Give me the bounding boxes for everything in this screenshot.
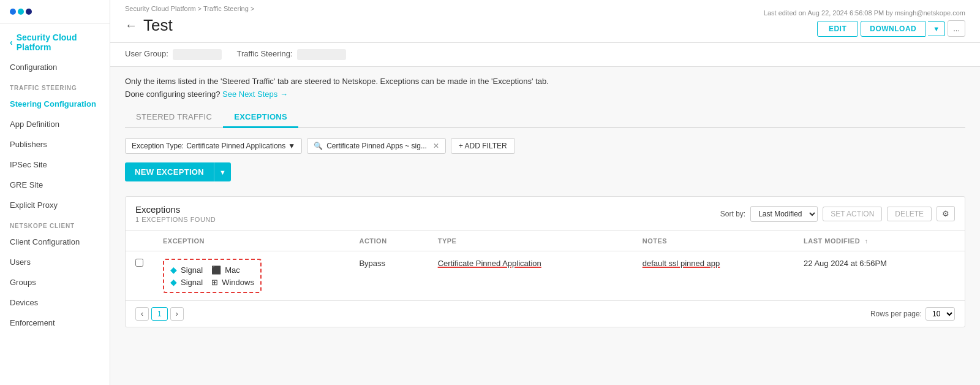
page-title: Test bbox=[143, 16, 173, 35]
sidebar-item-explicit-proxy-label: Explicit Proxy bbox=[10, 200, 58, 210]
windows-os-icon: ⊞ bbox=[211, 278, 218, 287]
see-next-steps-link[interactable]: See Next Steps → bbox=[222, 90, 288, 99]
sidebar-item-ipsec-site[interactable]: IPSec Site bbox=[0, 154, 110, 175]
sort-by-label: Sort by: bbox=[720, 210, 745, 218]
th-type: TYPE bbox=[428, 231, 633, 251]
sidebar-item-client-config-label: Client Configuration bbox=[10, 237, 80, 246]
breadcrumb: Security Cloud Platform > Traffic Steeri… bbox=[125, 5, 254, 12]
sidebar-item-devices-label: Devices bbox=[10, 298, 38, 307]
gear-button[interactable]: ⚙ bbox=[937, 206, 955, 221]
action-value: Bypass bbox=[359, 259, 385, 268]
back-arrow-icon[interactable]: ← bbox=[125, 18, 137, 32]
delete-button[interactable]: DELETE bbox=[887, 207, 932, 221]
download-dropdown-button[interactable]: ▼ bbox=[928, 21, 945, 36]
user-group-field: User Group: bbox=[125, 49, 222, 60]
more-options-button[interactable]: ... bbox=[948, 20, 965, 37]
th-checkbox bbox=[126, 231, 153, 251]
sidebar-item-groups-label: Groups bbox=[10, 278, 36, 287]
logo-dot-2 bbox=[18, 9, 24, 15]
sidebar-item-gre-label: GRE Site bbox=[10, 180, 43, 189]
sidebar-back-security-cloud[interactable]: ‹ Security Cloud Platform bbox=[0, 24, 110, 57]
sidebar-item-devices[interactable]: Devices bbox=[0, 292, 110, 313]
prev-page-button[interactable]: ‹ bbox=[135, 307, 149, 321]
type-value: Certificate Pinned Application bbox=[438, 259, 541, 268]
exception-type-dropdown[interactable]: Exception Type: Certificate Pinned Appli… bbox=[125, 138, 302, 154]
sidebar-item-gre-site[interactable]: GRE Site bbox=[0, 175, 110, 195]
logo-area bbox=[0, 0, 110, 24]
set-action-button[interactable]: SET ACTION bbox=[823, 207, 882, 221]
rows-per-page-select[interactable]: 10 25 50 bbox=[925, 307, 955, 321]
sidebar-item-steering-configuration[interactable]: Steering Configuration bbox=[0, 94, 110, 114]
sidebar: ‹ Security Cloud Platform Configuration … bbox=[0, 0, 110, 385]
exception-dashed-group: ◆ Signal ⬛ Mac ◆ Signal ⊞ Windows bbox=[163, 259, 262, 293]
traffic-steering-value bbox=[297, 49, 346, 60]
chevron-left-icon: ‹ bbox=[10, 37, 13, 47]
traffic-steering-label: Traffic Steering: bbox=[236, 49, 292, 58]
exceptions-table: EXCEPTION ACTION TYPE NOTES LAST MODIFIE… bbox=[126, 231, 965, 300]
sidebar-item-app-definition[interactable]: App Definition bbox=[0, 114, 110, 134]
filter-search-text: Certificate Pinned Apps ~ sig... bbox=[326, 142, 427, 150]
sidebar-section-traffic-steering: TRAFFIC STEERING bbox=[0, 77, 110, 94]
sidebar-section-netskope-client: NETSKOPE CLIENT bbox=[0, 215, 110, 232]
signal-app-icon-2: ◆ bbox=[170, 277, 177, 287]
pagination-row: ‹ 1 › Rows per page: 10 25 50 bbox=[126, 300, 965, 327]
logo bbox=[10, 9, 32, 15]
mac-os-icon: ⬛ bbox=[211, 265, 221, 275]
sidebar-item-client-configuration[interactable]: Client Configuration bbox=[0, 232, 110, 252]
sort-select[interactable]: Last Modified bbox=[750, 206, 818, 222]
chevron-down-icon: ▼ bbox=[288, 142, 295, 150]
search-icon: 🔍 bbox=[314, 142, 323, 150]
exception-cell: ◆ Signal ⬛ Mac ◆ Signal ⊞ Windows bbox=[153, 251, 349, 301]
current-page: 1 bbox=[151, 307, 168, 321]
filter-search-box[interactable]: 🔍 Certificate Pinned Apps ~ sig... ✕ bbox=[307, 138, 446, 154]
exception-type-value: Certificate Pinned Applications bbox=[186, 142, 285, 150]
last-edited-text: Last edited on Aug 22, 2024 6:56:08 PM b… bbox=[764, 9, 965, 17]
top-bar-right: Last edited on Aug 22, 2024 6:56:08 PM b… bbox=[764, 6, 965, 37]
new-exception-button[interactable]: NEW EXCEPTION bbox=[125, 162, 214, 181]
tabs-row: STEERED TRAFFIC EXCEPTIONS bbox=[125, 107, 965, 128]
sidebar-item-enforcement-label: Enforcement bbox=[10, 318, 55, 327]
done-configuring-text: Done configuring steering? See Next Step… bbox=[125, 90, 965, 99]
sidebar-item-users-label: Users bbox=[10, 257, 31, 267]
tab-steered-traffic[interactable]: STEERED TRAFFIC bbox=[125, 107, 223, 128]
sidebar-item-publishers[interactable]: Publishers bbox=[0, 134, 110, 154]
sidebar-item-explicit-proxy[interactable]: Explicit Proxy bbox=[0, 195, 110, 215]
th-notes: NOTES bbox=[633, 231, 794, 251]
sidebar-item-users[interactable]: Users bbox=[0, 252, 110, 272]
signal-app-icon-1: ◆ bbox=[170, 265, 177, 275]
download-button[interactable]: DOWNLOAD bbox=[861, 21, 925, 37]
new-exception-dropdown-button[interactable]: ▼ bbox=[214, 162, 231, 181]
traffic-steering-field: Traffic Steering: bbox=[236, 49, 346, 60]
sidebar-item-publishers-label: Publishers bbox=[10, 140, 47, 149]
exceptions-count: 1 EXCEPTIONS FOUND bbox=[135, 216, 216, 223]
exception-item-signal-windows: ◆ Signal ⊞ Windows bbox=[170, 277, 254, 287]
row-checkbox-cell bbox=[126, 251, 153, 301]
sidebar-back-label: Security Cloud Platform bbox=[17, 32, 100, 52]
sidebar-item-config-label: Configuration bbox=[10, 63, 57, 72]
signal-app-name-1: Signal bbox=[181, 265, 203, 275]
sidebar-item-groups[interactable]: Groups bbox=[0, 272, 110, 292]
sidebar-item-enforcement[interactable]: Enforcement bbox=[0, 313, 110, 333]
logo-dot-3 bbox=[26, 9, 32, 15]
row-checkbox[interactable] bbox=[135, 259, 143, 267]
user-group-value bbox=[173, 49, 222, 60]
add-filter-button[interactable]: + ADD FILTER bbox=[451, 138, 515, 154]
sidebar-item-configuration[interactable]: Configuration bbox=[0, 57, 110, 77]
last-modified-value: 22 Aug 2024 at 6:56PM bbox=[804, 259, 887, 268]
mac-os-label: Mac bbox=[225, 265, 240, 275]
action-cell: Bypass bbox=[349, 251, 428, 301]
filter-clear-icon[interactable]: ✕ bbox=[433, 142, 439, 150]
logo-dot-1 bbox=[10, 9, 16, 15]
type-cell: Certificate Pinned Application bbox=[428, 251, 633, 301]
new-exception-btn-group: NEW EXCEPTION ▼ bbox=[125, 162, 231, 181]
table-row: ◆ Signal ⬛ Mac ◆ Signal ⊞ Windows bbox=[126, 251, 965, 301]
top-bar-actions: EDIT DOWNLOAD ▼ ... bbox=[817, 20, 965, 37]
filter-row: Exception Type: Certificate Pinned Appli… bbox=[125, 138, 965, 154]
next-page-button[interactable]: › bbox=[170, 307, 184, 321]
tab-exceptions[interactable]: EXCEPTIONS bbox=[223, 107, 298, 128]
notes-value: default ssl pinned app bbox=[643, 259, 720, 268]
info-text: Only the items listed in the 'Steered Tr… bbox=[125, 77, 965, 86]
sidebar-item-steering-config-label: Steering Configuration bbox=[10, 99, 96, 109]
th-last-modified: LAST MODIFIED ↑ bbox=[794, 231, 965, 251]
edit-button[interactable]: EDIT bbox=[817, 21, 858, 37]
